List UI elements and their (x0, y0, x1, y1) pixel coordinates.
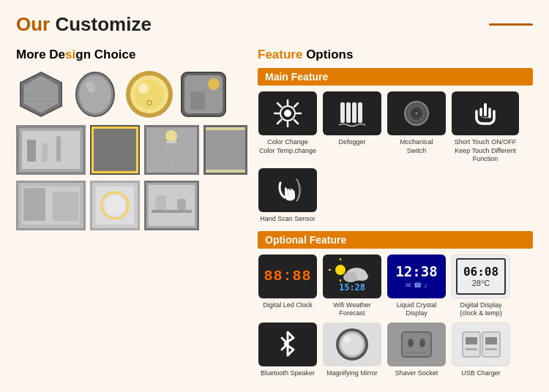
svg-rect-66 (346, 102, 351, 123)
header-line (489, 23, 533, 26)
digital-clock-label: Digital Led Clock (263, 301, 313, 310)
feature-usb: USB Charger (451, 323, 511, 378)
design-row-1: ○ (16, 69, 243, 119)
optional-feature-header: Optional Feature (258, 231, 533, 249)
mechanical-icon-box (387, 91, 446, 135)
svg-text:○: ○ (146, 96, 153, 108)
main-feature-header: Main Feature (258, 68, 533, 86)
lcd-icon-box: 12:38 ✉ ☎ ♪ (387, 255, 446, 298)
feature-shaver: Shaver Socket (386, 323, 447, 378)
design-rect-2b (90, 125, 140, 175)
svg-rect-93 (466, 348, 477, 350)
optional-feature-section: Optional Feature 88:88 Digital Led Clock (258, 231, 533, 378)
svg-rect-54 (177, 199, 186, 210)
feature-lcd: 12:38 ✉ ☎ ♪ Liquid Crystal Display (386, 255, 447, 318)
hand-scan-icon-box (258, 168, 317, 212)
touch-label: Short Touch ON/OFFKeep Touch DifferentFu… (455, 138, 516, 164)
svg-rect-36 (206, 127, 245, 173)
svg-rect-52 (152, 210, 192, 213)
svg-point-79 (343, 272, 358, 282)
svg-rect-22 (56, 136, 61, 162)
design-hex (16, 69, 66, 119)
bluetooth-icon-box (258, 323, 317, 366)
digital-display-label: Digital Display(clock & temp) (460, 301, 502, 318)
svg-rect-21 (42, 143, 48, 162)
svg-rect-38 (206, 170, 245, 173)
design-row-2 (16, 125, 243, 175)
optional-feature-grid: 88:88 Digital Led Clock (258, 255, 533, 378)
svg-rect-43 (53, 192, 78, 221)
main-content: More Design Choice (16, 48, 533, 385)
svg-point-80 (356, 272, 368, 281)
svg-rect-20 (27, 140, 36, 162)
usb-icon-box (452, 323, 510, 366)
mechanical-label: McchanicalSwitch (400, 138, 433, 155)
lcd-icon-1: ✉ (406, 282, 411, 289)
feature-magnifying: Magnifying Mirror (322, 323, 382, 378)
svg-line-61 (294, 120, 298, 124)
main-feature-section: Main Feature (258, 68, 533, 224)
feature-section-title: Feature Options (258, 48, 533, 62)
design-rect-3b (90, 181, 140, 230)
svg-rect-65 (340, 102, 345, 123)
svg-point-31 (165, 130, 177, 142)
svg-rect-37 (206, 127, 245, 130)
defogger-icon-box (323, 91, 381, 135)
design-section-title: More Design Choice (16, 48, 243, 62)
svg-rect-27 (92, 127, 138, 129)
clock-display: 88:88 (264, 268, 311, 284)
shaver-label: Shaver Socket (395, 369, 438, 378)
left-column: More Design Choice (16, 48, 243, 385)
weather-icon-box: 15:28 (323, 255, 381, 298)
color-change-label: Color ChangeColor Temp.change (259, 138, 316, 155)
feature-digital-display: 06:08 28°C Digital Display(clock & temp) (451, 255, 511, 318)
digital-time-display: 06:08 (463, 265, 498, 279)
lcd-icon-3: ♪ (424, 282, 427, 289)
bluetooth-label: Bluetooth Speaker (261, 369, 315, 378)
title-our: Our (16, 13, 55, 35)
svg-rect-25 (92, 127, 94, 173)
svg-line-62 (294, 103, 298, 107)
lcd-time: 12:38 (395, 263, 437, 279)
svg-point-88 (408, 339, 414, 347)
feature-options-text: Options (302, 48, 353, 61)
hand-scan-label: Hand Scan Sensor (260, 215, 315, 224)
magnifying-icon-box (323, 323, 381, 366)
lcd-label: Liquid Crystal Display (386, 301, 447, 318)
defogger-label: Defogger (338, 138, 365, 147)
lcd-icons-row: ✉ ☎ ♪ (406, 282, 427, 289)
svg-line-63 (277, 120, 281, 124)
color-change-icon-box (258, 91, 317, 135)
weather-label: Wifi Weather Forecast (322, 301, 382, 318)
feature-color-change: Color ChangeColor Temp.change (258, 91, 318, 164)
page: Our Customize More Design Choice (0, 0, 549, 392)
usb-label: USB Charger (461, 369, 501, 378)
svg-rect-67 (352, 102, 356, 123)
svg-point-64 (284, 110, 291, 117)
svg-point-48 (105, 195, 125, 216)
svg-rect-92 (466, 337, 477, 344)
svg-text:15:28: 15:28 (339, 282, 365, 293)
lcd-icon-2: ☎ (414, 282, 422, 289)
design-row-3 (16, 181, 243, 230)
feature-bluetooth: Bluetooth Speaker (258, 323, 318, 378)
design-rect (179, 69, 228, 119)
svg-line-60 (277, 103, 281, 107)
svg-point-11 (138, 83, 149, 94)
svg-rect-24 (93, 128, 137, 172)
svg-rect-32 (166, 141, 176, 143)
svg-rect-26 (136, 127, 138, 173)
svg-rect-28 (92, 171, 138, 173)
design-circle-light: ○ (124, 69, 174, 119)
svg-rect-87 (402, 332, 431, 357)
design-rect-2c (144, 125, 199, 175)
title-customize: Customize (55, 13, 151, 35)
shaver-icon-box (387, 323, 446, 366)
feature-highlight: Feature (258, 48, 302, 61)
design-rect-2d (203, 125, 247, 175)
svg-rect-95 (485, 337, 497, 344)
design-rect-2a (16, 125, 86, 175)
design-highlight: si (65, 48, 75, 61)
svg-point-6 (79, 75, 111, 113)
design-rect-3c (144, 181, 199, 230)
